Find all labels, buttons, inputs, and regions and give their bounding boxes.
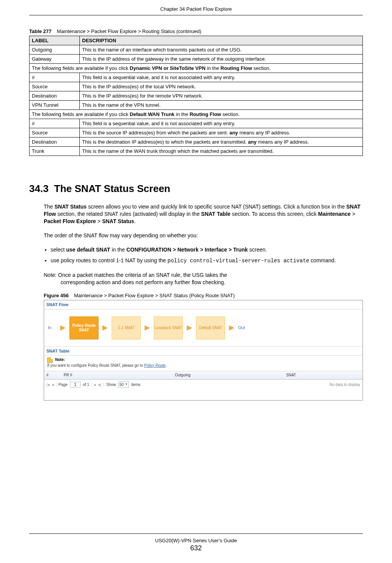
table-caption: Table 277Maintenance > Packet Flow Explo… — [29, 28, 363, 34]
pager: |◂ ◂ Page of 1 ▸ ▸| Show 50 ▼ items No d… — [44, 379, 362, 390]
table-desc-cell: This is the name of an interface which t… — [80, 45, 363, 55]
table-label-cell: Destination — [30, 91, 80, 101]
table-desc-cell: This field is a sequential value, and it… — [80, 73, 363, 82]
table-row: The following fields are available if yo… — [30, 110, 363, 119]
flow-box-policy-route-snat[interactable]: Policy Route SNAT — [69, 316, 99, 339]
table-desc-cell: This is the IP address(es) of the local … — [80, 82, 363, 91]
table-desc-cell: This is the destination IP address(es) t… — [80, 137, 363, 147]
snat-note-text: If you want to configure Policy Route SN… — [47, 363, 144, 368]
bullet-list: select use default SNAT in the CONFIGURA… — [44, 246, 363, 265]
table-label-cell: Destination — [30, 137, 80, 147]
th-label: LABEL — [30, 36, 80, 45]
figure-caption: Figure 456Maintenance > Packet Flow Expl… — [44, 292, 363, 299]
table-label-cell: Source — [30, 82, 80, 91]
table-desc-cell: This field is a sequential value, and it… — [80, 119, 363, 128]
arrow-icon — [60, 325, 66, 331]
table-row: TrunkThis is the name of the WAN trunk t… — [30, 147, 363, 156]
intro-paragraph: The SNAT Status screen allows you to vie… — [44, 203, 363, 225]
col-pr-hash[interactable]: PR # — [64, 373, 175, 378]
table-row: GatewayThis is the IP address of the gat… — [30, 55, 363, 64]
table-number: Table 277 — [29, 28, 51, 34]
section-number: 34.3 — [29, 183, 49, 194]
table-row: SourceThis is the source IP address(es) … — [30, 128, 363, 137]
figure-caption-text: Maintenance > Packet Flow Explore > SNAT… — [74, 293, 235, 298]
flow-box-loopback-snat[interactable]: Loopback SNAT — [154, 316, 183, 339]
note-line1: Once a packet matches the criteria of an… — [58, 272, 227, 278]
table-row: OutgoingThis is the name of an interface… — [30, 45, 363, 55]
table-desc-cell: This is the name of the WAN trunk throug… — [80, 147, 363, 156]
table-span-cell: The following fields are available if yo… — [30, 110, 363, 119]
table-row: The following fields are available if yo… — [30, 64, 363, 73]
table-label-cell: # — [30, 73, 80, 82]
table-row: VPN TunnelThis is the name of the VPN tu… — [30, 101, 363, 110]
flow-out-label: Out — [238, 325, 247, 331]
arrow-icon — [229, 325, 234, 331]
snat-flow-diagram: In Policy Route SNAT 1-1 SNAT Loopback S… — [44, 310, 362, 347]
policy-route-link[interactable]: Policy Route — [144, 363, 166, 368]
snat-note-label: Note: — [55, 358, 65, 362]
arrow-icon — [145, 325, 150, 331]
table-label-cell: Outgoing — [30, 45, 80, 55]
no-data-label: No data to display — [329, 382, 360, 387]
figure-number: Figure 456 — [44, 293, 69, 298]
list-item: select use default SNAT in the CONFIGURA… — [51, 246, 363, 253]
flow-box-1-1-snat[interactable]: 1-1 SNAT — [112, 316, 141, 339]
show-count-select[interactable]: 50 ▼ — [118, 381, 129, 388]
page-of: of 1 — [83, 382, 89, 387]
snat-note: Note: If you want to configure Policy Ro… — [44, 356, 362, 371]
table-desc-cell: This is the IP address(es) for the remot… — [80, 91, 363, 101]
col-outgoing[interactable]: Outgoing — [175, 373, 286, 378]
order-intro: The order of the SNAT flow may vary depe… — [44, 232, 363, 239]
table-row: DestinationThis is the destination IP ad… — [30, 137, 363, 147]
table-label-cell: Trunk — [30, 147, 80, 156]
table-caption-text: Maintenance > Packet Flow Explore > Rout… — [57, 28, 201, 34]
table-desc-cell: This is the source IP address(es) from w… — [80, 128, 363, 137]
table-label-cell: VPN Tunnel — [30, 101, 80, 110]
flow-box-default-snat[interactable]: Default SNAT — [196, 316, 225, 339]
table-label-cell: Source — [30, 128, 80, 137]
col-snat[interactable]: SNAT — [286, 373, 360, 378]
show-label: Show — [106, 382, 116, 387]
list-item: use policy routes to control 1-1 NAT by … — [51, 257, 363, 265]
first-page-icon[interactable]: |◂ — [46, 382, 49, 387]
table-span-cell: The following fields are available if yo… — [30, 64, 363, 73]
flow-in-label: In — [48, 325, 56, 331]
th-description: DESCRIPTION — [80, 36, 363, 45]
section-title: The SNAT Status Screen — [54, 183, 170, 194]
figure-snat-status: SNAT Flow In Policy Route SNAT 1-1 SNAT … — [44, 300, 363, 401]
page-footer: USG20(W)-VPN Series User's Guide 632 — [29, 533, 363, 552]
chapter-header: Chapter 34 Packet Flow Explore — [29, 6, 363, 15]
snat-flow-title: SNAT Flow — [44, 300, 362, 310]
guide-title: USG20(W)-VPN Series User's Guide — [29, 538, 363, 543]
note-icon — [47, 358, 53, 363]
table-row: DestinationThis is the IP address(es) fo… — [30, 91, 363, 101]
table-label-cell: # — [30, 119, 80, 128]
page-input[interactable] — [70, 382, 81, 387]
chevron-down-icon: ▼ — [125, 383, 128, 387]
table-desc-cell: This is the name of the VPN tunnel. — [80, 101, 363, 110]
table-row: #This field is a sequential value, and i… — [30, 119, 363, 128]
col-hash[interactable]: # — [46, 373, 64, 378]
table-desc-cell: This is the IP address of the gateway in… — [80, 55, 363, 64]
items-label: items — [131, 382, 140, 387]
arrow-icon — [102, 325, 108, 331]
arrow-icon — [187, 325, 192, 331]
table-label-cell: Gateway — [30, 55, 80, 64]
last-page-icon[interactable]: ▸| — [99, 382, 102, 387]
page-label: Page — [59, 382, 68, 387]
prev-page-icon[interactable]: ◂ — [52, 382, 54, 387]
snat-table-header: # PR # Outgoing SNAT — [44, 371, 362, 379]
section-heading: 34.3 The SNAT Status Screen — [29, 183, 363, 195]
note-line2: corresponding action and does not perfor… — [61, 279, 363, 286]
routing-status-table: LABEL DESCRIPTION OutgoingThis is the na… — [29, 36, 363, 156]
page-number: 632 — [29, 544, 363, 552]
next-page-icon[interactable]: ▸ — [94, 382, 96, 387]
table-row: SourceThis is the IP address(es) of the … — [30, 82, 363, 91]
snat-table-title: SNAT Table — [44, 347, 362, 356]
note-label: Note: — [44, 272, 58, 278]
table-row: #This field is a sequential value, and i… — [30, 73, 363, 82]
note-block: Note: Once a packet matches the criteria… — [44, 272, 363, 286]
